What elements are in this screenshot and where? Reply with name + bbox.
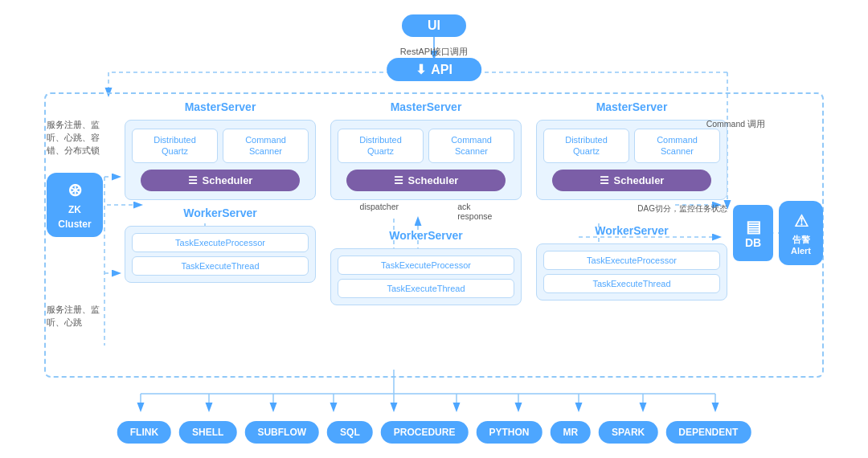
task-sql: SQL: [327, 421, 373, 444]
cmd-scanner-2: CommandScanner: [428, 129, 514, 163]
dag-label: DAG切分，监控任务状态: [536, 203, 727, 215]
master-inner-row-1: DistributedQuartz CommandScanner: [132, 129, 309, 163]
db-icon: ▤: [746, 217, 761, 236]
task-processor-3: TaskExecuteProcessor: [543, 251, 720, 270]
scheduler-icon-3: ☰: [600, 174, 609, 186]
task-subflow: SUBFLOW: [244, 421, 319, 444]
bottom-tasks: FLINK SHELL SUBFLOW SQL PROCEDURE PYTHON…: [117, 421, 751, 444]
ui-box: UI: [402, 14, 466, 37]
master-label-2: MasterServer: [391, 100, 462, 113]
task-mr: MR: [550, 421, 591, 444]
architecture-diagram: UI RestAPI接口调用 ⬇ API 服务注册、监听、心跳、容错、分布式锁 …: [0, 0, 868, 458]
scheduler-icon-1: ☰: [188, 174, 198, 186]
server-col-1: MasterServer DistributedQuartz CommandSc…: [125, 100, 316, 305]
zk-service-label-top: 服务注册、监听、心跳、容错、分布式锁: [47, 119, 103, 157]
alert-icon: ⚠: [794, 211, 809, 231]
master-inner-row-3: DistributedQuartz CommandScanner: [543, 129, 720, 163]
dispatcher-ack-labels: dispatcher ack response: [330, 202, 522, 221]
api-label: API: [431, 63, 452, 77]
task-flink: FLINK: [117, 421, 171, 444]
servers-container: MasterServer DistributedQuartz CommandSc…: [125, 100, 727, 305]
scheduler-icon-2: ☰: [394, 174, 403, 186]
cmd-scanner-3: CommandScanner: [634, 129, 720, 163]
scheduler-box-1: ☰ Scheduler: [141, 170, 300, 191]
scheduler-box-3: ☰ Scheduler: [552, 170, 711, 191]
zk-service-label-bottom: 服务注册、监听、心跳: [47, 304, 103, 329]
task-thread-1: TaskExecuteThread: [132, 256, 309, 276]
command-label: Command 调用: [706, 119, 765, 130]
worker-box-2: TaskExecuteProcessor TaskExecuteThread: [330, 248, 522, 305]
api-icon: ⬇: [416, 62, 426, 77]
master-box-2: DistributedQuartz CommandScanner ☰ Sched…: [330, 120, 522, 200]
master-label-1: MasterServer: [185, 100, 256, 113]
task-thread-3: TaskExecuteThread: [543, 274, 720, 293]
worker-box-1: TaskExecuteProcessor TaskExecuteThread: [125, 226, 316, 283]
master-label-3: MasterServer: [596, 100, 668, 113]
task-python: PYTHON: [476, 421, 542, 444]
master-box-3: DistributedQuartz CommandScanner ☰ Sched…: [536, 120, 727, 200]
dist-quartz-3: DistributedQuartz: [543, 129, 629, 163]
worker-label-2: WorkerServer: [389, 229, 463, 242]
worker-box-3: TaskExecuteProcessor TaskExecuteThread: [536, 243, 727, 301]
dist-quartz-2: DistributedQuartz: [338, 129, 424, 163]
task-processor-1: TaskExecuteProcessor: [132, 233, 309, 252]
worker-label-1: WorkerServer: [183, 207, 257, 219]
task-shell: SHELL: [179, 421, 236, 444]
master-inner-row-2: DistributedQuartz CommandScanner: [338, 129, 514, 163]
zk-icon: ⊛: [68, 180, 82, 201]
task-dependent: DEPENDENT: [665, 421, 751, 444]
rest-api-label: RestAPI接口调用: [400, 46, 468, 58]
task-processor-2: TaskExecuteProcessor: [338, 256, 514, 275]
scheduler-box-2: ☰ Scheduler: [346, 170, 506, 191]
cmd-scanner-1: CommandScanner: [223, 129, 309, 163]
server-col-3: MasterServer DistributedQuartz CommandSc…: [536, 100, 727, 305]
zk-cluster-box: ⊛ ZK Cluster: [47, 173, 103, 237]
task-procedure: PROCEDURE: [381, 421, 469, 444]
dist-quartz-1: DistributedQuartz: [132, 129, 218, 163]
task-spark: SPARK: [599, 421, 657, 444]
alert-box: ⚠ 告警Alert: [779, 201, 823, 265]
db-box: ▤ DB: [733, 205, 773, 261]
task-thread-2: TaskExecuteThread: [338, 279, 514, 298]
ui-title: UI: [428, 18, 440, 32]
worker-label-3: WorkerServer: [595, 224, 669, 237]
server-col-2: MasterServer DistributedQuartz CommandSc…: [330, 100, 522, 305]
master-box-1: DistributedQuartz CommandScanner ☰ Sched…: [125, 120, 316, 200]
api-box: ⬇ API: [387, 58, 481, 81]
